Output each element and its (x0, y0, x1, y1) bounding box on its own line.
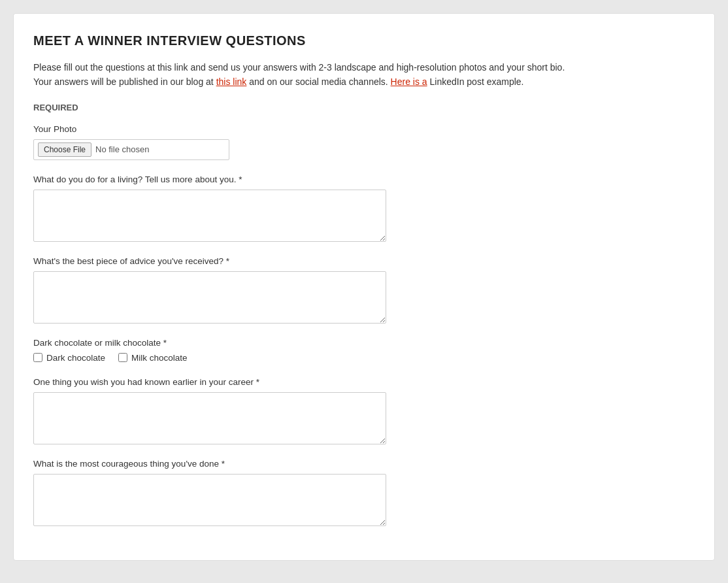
question2-group: What's the best piece of advice you've r… (33, 256, 695, 324)
intro-part3: LinkedIn post example. (430, 76, 524, 87)
dark-chocolate-checkbox[interactable] (33, 353, 42, 362)
question5-group: What is the most courageous thing you've… (33, 459, 695, 526)
question3-group: Dark chocolate or milk chocolate * Dark … (33, 338, 695, 363)
intro-text: Please fill out the questions at this li… (33, 60, 695, 90)
question3-label: Dark chocolate or milk chocolate * (33, 338, 695, 348)
intro-part1: Please fill out the questions at this li… (33, 62, 565, 73)
question1-label: What do you do for a living? Tell us mor… (33, 175, 695, 184)
file-input-container: Choose File No file chosen (33, 139, 229, 160)
intro-part2: and on our social media channels. (249, 76, 390, 87)
question5-label: What is the most courageous thing you've… (33, 459, 695, 469)
this-link[interactable]: this link (216, 76, 247, 87)
milk-chocolate-checkbox[interactable] (118, 353, 127, 362)
file-no-file-text: No file chosen (95, 144, 149, 154)
question1-textarea[interactable] (33, 190, 386, 242)
question2-label: What's the best piece of advice you've r… (33, 256, 695, 266)
choose-file-button[interactable]: Choose File (38, 142, 91, 157)
intro-part-your-answers: Your answers will be published in our bl… (33, 76, 216, 87)
form-container: MEET A WINNER INTERVIEW QUESTIONS Please… (13, 13, 715, 561)
question4-textarea[interactable] (33, 392, 386, 444)
question2-textarea[interactable] (33, 271, 386, 324)
dark-chocolate-label: Dark chocolate (46, 353, 105, 363)
photo-label: Your Photo (33, 124, 695, 134)
question1-group: What do you do for a living? Tell us mor… (33, 175, 695, 242)
question5-textarea[interactable] (33, 474, 386, 526)
photo-group: Your Photo Choose File No file chosen (33, 124, 695, 160)
milk-chocolate-option[interactable]: Milk chocolate (118, 353, 188, 363)
required-label: REQUIRED (33, 103, 695, 112)
question4-group: One thing you wish you had known earlier… (33, 377, 695, 444)
question4-label: One thing you wish you had known earlier… (33, 377, 695, 387)
dark-chocolate-option[interactable]: Dark chocolate (33, 353, 105, 363)
milk-chocolate-label: Milk chocolate (131, 353, 188, 363)
here-is-a-link[interactable]: Here is a (391, 76, 427, 87)
form-title: MEET A WINNER INTERVIEW QUESTIONS (33, 33, 695, 48)
chocolate-checkbox-group: Dark chocolate Milk chocolate (33, 353, 695, 363)
